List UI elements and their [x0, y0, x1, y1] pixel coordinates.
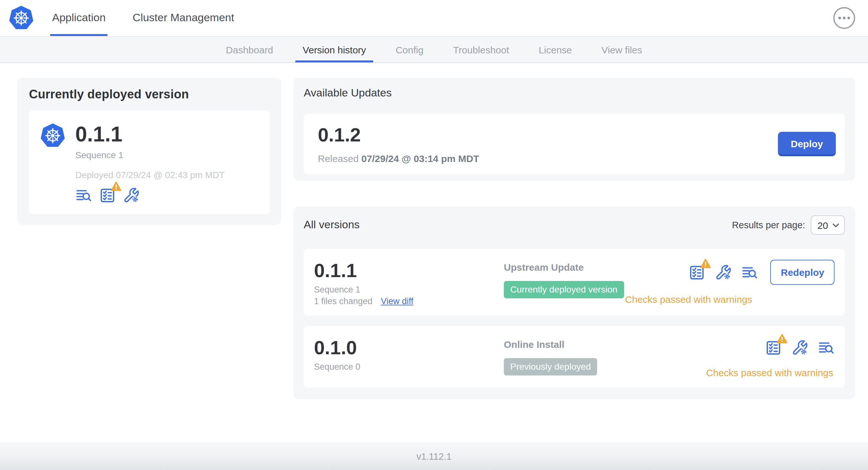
deploy-button[interactable]: Deploy	[778, 132, 836, 156]
deployed-version-card: 0.1.1 Sequence 1 Deployed 07/29/24 @ 02:…	[29, 110, 270, 214]
files-changed-label: 1 files changed	[314, 296, 373, 306]
subnav-view-files[interactable]: View files	[587, 37, 657, 62]
view-diff-link[interactable]: View diff	[381, 296, 413, 306]
update-released-line: Released 07/29/24 @ 03:14 pm MDT	[318, 153, 479, 164]
edit-config-icon[interactable]	[123, 187, 140, 204]
preflight-checks-icon[interactable]	[689, 264, 706, 281]
row-source-label: Online Install	[504, 339, 706, 350]
tab-application-label: Application	[52, 11, 105, 25]
subnav-version-history[interactable]: Version history	[288, 37, 381, 62]
admin-console: Application Cluster Management Dashboard…	[0, 0, 868, 470]
deployed-sequence: Sequence 1	[75, 150, 123, 160]
app-subnav: Dashboard Version history Config Trouble…	[0, 37, 868, 63]
all-versions-title: All versions	[304, 219, 360, 231]
kubernetes-logo-icon	[9, 6, 33, 30]
available-update-card: 0.1.2 Released 07/29/24 @ 03:14 pm MDT D…	[304, 114, 845, 174]
row-sequence: Sequence 0	[314, 362, 504, 372]
version-row: 0.1.1 Sequence 1 1 files changedView dif…	[304, 249, 845, 316]
main-content: Currently deployed version 0.1.1 Sequenc…	[0, 63, 868, 399]
currently-deployed-title: Currently deployed version	[29, 88, 270, 102]
subnav-license[interactable]: License	[524, 37, 587, 62]
topbar-spacer	[259, 0, 833, 36]
view-logs-icon[interactable]	[742, 264, 758, 281]
top-bar: Application Cluster Management	[0, 0, 868, 37]
available-updates-panel: Available Updates 0.1.2 Released 07/29/2…	[293, 78, 855, 181]
row-source-label: Upstream Update	[504, 262, 625, 273]
warning-icon	[111, 181, 122, 192]
warning-icon	[701, 258, 711, 268]
deployed-timestamp: Deployed 07/29/24 @ 02:43 pm MDT	[75, 170, 258, 180]
edit-config-icon[interactable]	[715, 264, 732, 281]
view-logs-icon[interactable]	[75, 187, 92, 204]
previously-deployed-badge: Previously deployed	[504, 358, 597, 375]
ellipsis-icon	[838, 17, 841, 19]
available-updates-title: Available Updates	[304, 87, 845, 100]
currently-deployed-panel: Currently deployed version 0.1.1 Sequenc…	[18, 78, 281, 225]
overflow-menu-button[interactable]	[833, 7, 855, 29]
subnav-config[interactable]: Config	[381, 37, 438, 62]
preflight-status-text[interactable]: Checks passed with warnings	[625, 294, 752, 305]
view-logs-icon[interactable]	[818, 339, 835, 356]
console-footer: v1.112.1	[0, 442, 868, 470]
preflight-checks-icon[interactable]	[99, 187, 116, 204]
preflight-status-text[interactable]: Checks passed with warnings	[706, 367, 833, 378]
subnav-troubleshoot[interactable]: Troubleshoot	[438, 37, 524, 62]
row-sequence: Sequence 1	[314, 285, 504, 295]
version-row: 0.1.0 Sequence 0 Online Install Previous…	[304, 326, 845, 388]
chevron-down-icon	[833, 223, 839, 227]
subnav-dashboard[interactable]: Dashboard	[211, 37, 288, 62]
row-version-number: 0.1.1	[314, 260, 504, 281]
update-version-number: 0.1.2	[318, 124, 479, 146]
deployed-version-number: 0.1.1	[75, 122, 123, 146]
row-version-number: 0.1.0	[314, 337, 504, 358]
right-column: Available Updates 0.1.2 Released 07/29/2…	[293, 78, 855, 399]
app-kubernetes-icon	[40, 124, 65, 148]
console-version: v1.112.1	[416, 451, 452, 461]
results-per-page-label: Results per page:	[732, 220, 805, 230]
tab-application[interactable]: Application	[50, 0, 107, 36]
update-released-date: 07/29/24 @ 03:14 pm MDT	[361, 153, 479, 164]
all-versions-panel: All versions Results per page: 20	[293, 206, 855, 399]
tab-cluster-management[interactable]: Cluster Management	[131, 0, 236, 36]
warning-icon	[777, 334, 787, 344]
results-per-page-select[interactable]: 20	[811, 215, 845, 235]
edit-config-icon[interactable]	[792, 339, 808, 356]
preflight-checks-icon[interactable]	[765, 339, 782, 356]
currently-deployed-badge: Currently deployed version	[504, 281, 624, 298]
redeploy-button[interactable]: Redeploy	[771, 260, 835, 285]
tab-cluster-management-label: Cluster Management	[132, 11, 234, 25]
